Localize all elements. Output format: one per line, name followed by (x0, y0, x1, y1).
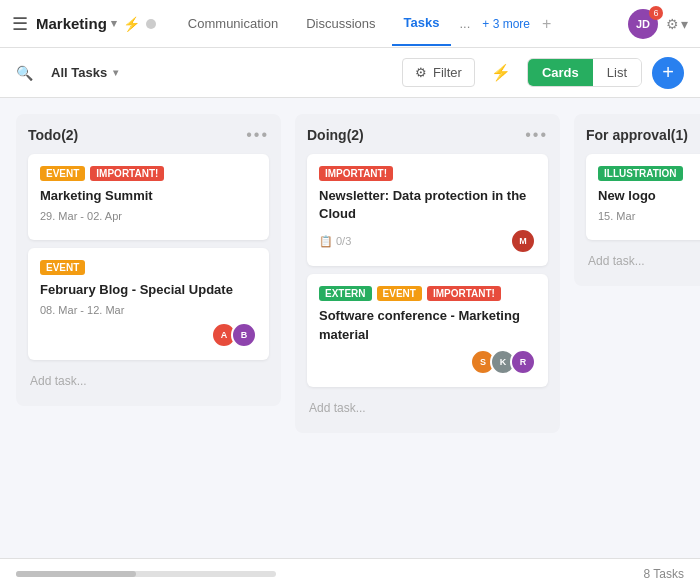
card-footer: 📋 0/3M (319, 228, 536, 254)
avatar: B (231, 322, 257, 348)
tag-important: IMPORTANT! (427, 286, 501, 301)
nav-plus-more[interactable]: + 3 more (482, 17, 530, 31)
column-title-for-approval: For approval(1) (586, 127, 688, 143)
column-menu-doing[interactable]: ••• (525, 126, 548, 144)
notification-badge: 6 (649, 6, 663, 20)
add-task-for-approval[interactable]: Add task... (586, 248, 700, 274)
card-date: 15. Mar (598, 210, 700, 222)
add-task-global-button[interactable]: + (652, 57, 684, 89)
board-area: Todo(2) ••• EVENTIMPORTANT!Marketing Sum… (0, 98, 700, 558)
list-view-button[interactable]: List (593, 59, 641, 86)
tab-discussions[interactable]: Discussions (294, 2, 387, 45)
card[interactable]: IMPORTANT!Newsletter: Data protection in… (307, 154, 548, 266)
subtask-icon: 📋 (319, 235, 333, 248)
tag-important: IMPORTANT! (90, 166, 164, 181)
top-nav: ☰ Marketing ▾ ⚡ Communication Discussion… (0, 0, 700, 48)
nav-add-tab[interactable]: + (542, 15, 551, 33)
tag-event: EVENT (377, 286, 422, 301)
card-date: 29. Mar - 02. Apr (40, 210, 257, 222)
nav-right: JD 6 ⚙ ▾ (628, 9, 688, 39)
card-footer: AB (40, 322, 257, 348)
app-name-label: Marketing (36, 15, 107, 32)
view-toggle: Cards List (527, 58, 642, 87)
card[interactable]: EVENTFebruary Blog - Special Update08. M… (28, 248, 269, 360)
filter-button[interactable]: ⚙ Filter (402, 58, 475, 87)
column-todo: Todo(2) ••• EVENTIMPORTANT!Marketing Sum… (16, 114, 281, 406)
card-avatars: AB (211, 322, 257, 348)
card-title: Software conference - Marketing material (319, 307, 536, 343)
settings-chevron: ▾ (681, 16, 688, 32)
toolbar: 🔍 All Tasks ▾ ⚙ Filter ⚡ Cards List + (0, 48, 700, 98)
hamburger-icon[interactable]: ☰ (12, 13, 28, 35)
avatar: R (510, 349, 536, 375)
pulse-icon[interactable]: ⚡ (123, 16, 140, 32)
column-for-approval: For approval(1) ••• ILLUSTRATIONNew logo… (574, 114, 700, 286)
card-footer: SKR (319, 349, 536, 375)
all-tasks-chevron-icon: ▾ (113, 67, 118, 78)
search-icon: 🔍 (16, 65, 33, 81)
column-title-doing: Doing(2) (307, 127, 364, 143)
card-title: New logo (598, 187, 700, 205)
card[interactable]: ILLUSTRATIONNew logo15. Mar (586, 154, 700, 240)
app-chevron-icon: ▾ (111, 17, 117, 30)
card-title: February Blog - Special Update (40, 281, 257, 299)
task-count: 8 Tasks (644, 567, 684, 581)
nav-more-dots[interactable]: ... (455, 12, 474, 35)
card-avatars: SKR (470, 349, 536, 375)
avatar: M (510, 228, 536, 254)
scrollbar-track[interactable] (16, 571, 276, 577)
settings-button[interactable]: ⚙ ▾ (666, 16, 688, 32)
tag-important: IMPORTANT! (319, 166, 393, 181)
add-task-doing[interactable]: Add task... (307, 395, 548, 421)
status-dot (146, 19, 156, 29)
footer: 8 Tasks (0, 558, 700, 587)
activity-icon: ⚡ (491, 64, 511, 81)
column-title-todo: Todo(2) (28, 127, 78, 143)
column-doing: Doing(2) ••• IMPORTANT!Newsletter: Data … (295, 114, 560, 433)
filter-icon: ⚙ (415, 65, 427, 80)
tab-tasks[interactable]: Tasks (392, 1, 452, 46)
tag-event: EVENT (40, 260, 85, 275)
tag-event: EVENT (40, 166, 85, 181)
tag-extern: EXTERN (319, 286, 372, 301)
scrollbar-thumb (16, 571, 136, 577)
card[interactable]: EXTERNEVENTIMPORTANT!Software conference… (307, 274, 548, 386)
card[interactable]: EVENTIMPORTANT!Marketing Summit29. Mar -… (28, 154, 269, 240)
subtask-count: 📋 0/3 (319, 235, 351, 248)
tab-communication[interactable]: Communication (176, 2, 290, 45)
cards-view-button[interactable]: Cards (528, 59, 593, 86)
app-name[interactable]: Marketing ▾ (36, 15, 117, 32)
tag-illustration: ILLUSTRATION (598, 166, 683, 181)
nav-tabs: Communication Discussions Tasks ... + 3 … (176, 1, 628, 46)
card-title: Newsletter: Data protection in the Cloud (319, 187, 536, 223)
card-avatars: M (510, 228, 536, 254)
all-tasks-button[interactable]: All Tasks ▾ (43, 59, 126, 86)
add-task-todo[interactable]: Add task... (28, 368, 269, 394)
card-title: Marketing Summit (40, 187, 257, 205)
avatar-container[interactable]: JD 6 (628, 9, 658, 39)
activity-button[interactable]: ⚡ (485, 57, 517, 88)
column-menu-todo[interactable]: ••• (246, 126, 269, 144)
card-date: 08. Mar - 12. Mar (40, 304, 257, 316)
